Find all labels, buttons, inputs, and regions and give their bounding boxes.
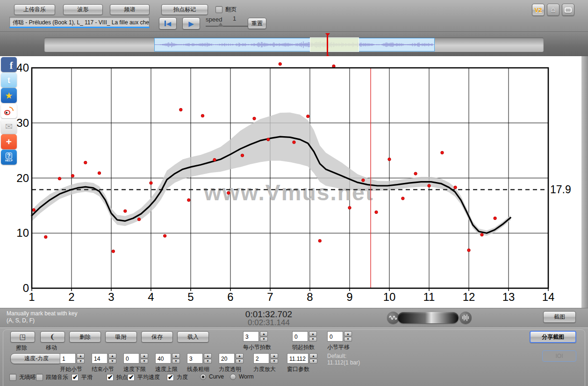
display-mode-worm[interactable]: Worm [230, 373, 254, 380]
spinner-line-thickness-value[interactable]: 3 [187, 353, 203, 364]
waveform-playhead[interactable] [327, 35, 328, 55]
display-mode-curve[interactable]: Curve [200, 373, 224, 380]
waveform-region[interactable] [154, 38, 435, 51]
checkbox-no-tick[interactable] [9, 374, 16, 381]
qzone-icon[interactable]: ★ [1, 88, 17, 103]
spinner-end-bar-up[interactable]: ▲ [108, 353, 116, 358]
checkbox-average-tempo[interactable] [128, 374, 135, 381]
move-button[interactable]: ❨ [40, 331, 65, 342]
option-beat-points[interactable]: 拍点 [107, 373, 128, 381]
twitter-icon[interactable]: t [1, 73, 17, 87]
load-button[interactable]: 载入 [177, 331, 209, 342]
save-button[interactable]: 保存 [141, 331, 173, 342]
facebook-icon[interactable]: f [1, 57, 17, 72]
spinner-start-bar-label: 开始小节 [60, 365, 82, 373]
speed-slider-track[interactable] [206, 26, 251, 27]
checkbox-dynamics[interactable] [167, 374, 174, 381]
spinner-start-bar-value[interactable]: 1 [60, 353, 76, 364]
spinner-dynamics-opacity-up[interactable]: ▲ [236, 353, 244, 358]
speed-slider-thumb[interactable] [218, 22, 223, 27]
option-dynamics[interactable]: 力度 [167, 373, 188, 381]
version-badge-button[interactable]: V2 [532, 4, 545, 16]
option-no-tick[interactable]: 无嘀嗒 [9, 373, 36, 381]
ioi-button[interactable]: IOI [542, 350, 576, 362]
screenshot-button[interactable]: 截图 [543, 311, 576, 323]
spinner-start-bar-up[interactable]: ▲ [77, 353, 85, 358]
page-flip-checkbox[interactable] [215, 6, 222, 13]
checkbox-smooth[interactable] [72, 374, 79, 381]
radio-curve[interactable] [200, 374, 206, 380]
spinner-beats-per-bar-down[interactable]: ▼ [260, 337, 268, 342]
spinner-bar-shift-value[interactable]: 0 [327, 331, 343, 342]
spinner-dynamics-zoom-value[interactable]: 2 [253, 353, 269, 364]
spinner-window-param-label: 窗口参数 [287, 365, 309, 373]
spinner-tempo-max-value[interactable]: 40 [155, 353, 171, 364]
song-title-input[interactable]: 傅聪 - Préludes (Book 1), L_ 117 - VIII_ L… [9, 17, 150, 28]
spinner-beats-per-bar-value[interactable]: 3 [243, 331, 259, 342]
option-smooth[interactable]: 平滑 [72, 373, 93, 381]
share-plus-icon[interactable]: + [1, 134, 17, 149]
checkbox-follow-music-label: 跟随音乐 [46, 373, 68, 381]
spinner-dynamics-zoom-up[interactable]: ▲ [270, 353, 278, 358]
tempo-dynamics-button[interactable]: 速度-力度 [10, 353, 63, 364]
help-icon[interactable]: ?HELP [1, 150, 17, 165]
option-average-tempo[interactable]: 平均速度 [128, 373, 160, 381]
spinner-tempo-max-up[interactable]: ▲ [172, 353, 180, 358]
spinner-dynamics-zoom-down[interactable]: ▼ [270, 359, 278, 364]
spinner-start-bar-down[interactable]: ▼ [77, 359, 85, 364]
spinner-pickup-beats-down[interactable]: ▼ [309, 337, 317, 342]
spinner-pickup-beats-value[interactable]: 0 [292, 331, 308, 342]
spinner-tempo-max-down[interactable]: ▼ [172, 359, 180, 364]
play-button[interactable]: ▶ [182, 17, 200, 29]
share-screenshot-button[interactable]: 分享截图 [530, 331, 576, 343]
spinner-tempo-min-value[interactable]: 0 [123, 353, 139, 364]
spinner-tempo-min-up[interactable]: ▲ [140, 353, 148, 358]
spinner-bar-shift-down[interactable]: ▼ [344, 337, 352, 342]
erase-button[interactable]: ◳ [10, 331, 35, 342]
spinner-tempo-max-arrows: ▲▼ [172, 353, 180, 364]
go-to-start-button[interactable]: ◀ [159, 17, 177, 29]
spinner-window-param-up[interactable]: ▲ [309, 353, 317, 358]
checkbox-follow-music[interactable] [36, 374, 43, 381]
spinner-dynamics-zoom-label: 力度放大 [253, 365, 276, 373]
reset-speed-button[interactable]: 重置 [248, 18, 266, 29]
option-follow-music[interactable]: 跟随音乐 [36, 373, 68, 381]
svg-text:10: 10 [16, 226, 29, 239]
toolbar-button-spectrum[interactable]: 频谱 [110, 4, 150, 15]
spinner-end-bar-value[interactable]: 14 [92, 353, 108, 364]
fullscreen-button[interactable] [562, 4, 574, 16]
checkbox-beat-points[interactable] [107, 374, 114, 381]
spinner-tempo-max-label: 速度上限 [155, 365, 178, 373]
spinner-dynamics-opacity-down[interactable]: ▼ [236, 359, 244, 364]
snap-button[interactable]: 吸附 [105, 331, 137, 342]
spinner-tempo-min-down[interactable]: ▼ [140, 359, 148, 364]
default-label-line1: Default: [327, 353, 360, 359]
page-flip-option[interactable]: 翻页 [215, 6, 237, 14]
mail-icon[interactable]: ✉ [1, 119, 17, 134]
svg-text:8: 8 [307, 291, 313, 303]
home-button[interactable]: ⌂ [547, 4, 559, 16]
weibo-icon[interactable] [1, 103, 17, 118]
svg-text:3: 3 [108, 291, 114, 303]
spinner-bar-shift-up[interactable]: ▲ [344, 331, 352, 336]
toolbar-button-waveform[interactable]: 波形 [63, 4, 103, 15]
spinner-beats-per-bar-up[interactable]: ▲ [260, 331, 268, 336]
radio-worm[interactable] [230, 374, 236, 380]
default-label-line2: 11.112(1 bar) [327, 359, 360, 366]
toolbar-button-beat-marks[interactable]: 拍点标记 [161, 4, 208, 15]
spinner-pickup-beats-up[interactable]: ▲ [309, 331, 317, 336]
spinner-window-param-down[interactable]: ▼ [309, 359, 317, 364]
waveform-mini-icon[interactable] [459, 312, 472, 324]
spinner-line-thickness-down[interactable]: ▼ [204, 359, 212, 364]
spinner-end-bar-down[interactable]: ▼ [108, 359, 116, 364]
tempo-chart[interactable]: www.Vmus.net1234567891011121314010203040… [0, 56, 588, 308]
spinner-line-thickness-up[interactable]: ▲ [204, 353, 212, 358]
svg-text:2: 2 [68, 291, 74, 303]
delete-button[interactable]: 删除 [69, 331, 101, 342]
volume-slider[interactable] [398, 312, 459, 323]
checkbox-beat-points-label: 拍点 [116, 373, 128, 381]
waveform-playing-window[interactable] [310, 37, 359, 52]
spinner-dynamics-opacity-value[interactable]: 20 [219, 353, 235, 364]
toolbar-button-upload-music[interactable]: 上传音乐 [14, 4, 55, 15]
spinner-window-param-value[interactable]: 11.112 [287, 353, 308, 364]
